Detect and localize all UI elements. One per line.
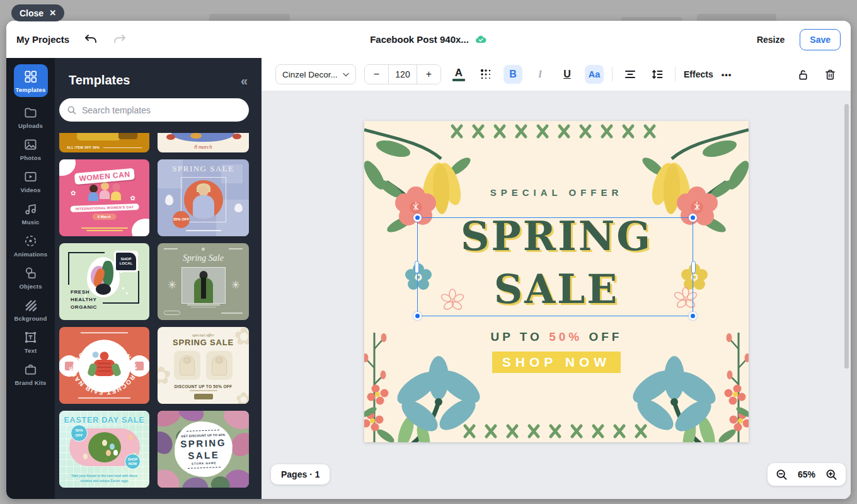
trash-icon [824, 68, 837, 81]
unlock-icon [797, 68, 810, 81]
sidebar-item-objects[interactable]: Objects [11, 266, 51, 290]
template-card-women-can[interactable]: ✿ ✿ WOMEN CAN INTERNATIONAL WOMEN'S DAY … [59, 159, 149, 236]
effects-button[interactable]: Effects [684, 69, 713, 79]
template-card-shop-local[interactable]: SHOP LOCAL FRESH HEALTHY ORGANIC [59, 243, 149, 320]
template-card-spring-sale-hoodies[interactable]: ✿ ✿ ✿ special offer SPRING SALE DISCOUNT… [158, 327, 249, 404]
template-text: 8 march [158, 144, 249, 150]
save-button[interactable]: Save [800, 29, 841, 50]
flower-outline-icon: ✿ [236, 390, 249, 404]
font-size-value[interactable]: 120 [388, 65, 417, 84]
template-text: DISCOUNT UP TO 50% OFF [158, 384, 249, 389]
template-badge: 8 March [92, 214, 117, 220]
template-thumb-art [77, 133, 121, 140]
text-frame-icon [23, 330, 38, 345]
font-family-select[interactable]: Cinzel Decor... [275, 64, 356, 84]
template-title: SPRING SALE [158, 338, 249, 347]
design-kicker-text[interactable]: SPECIAL OFFER [364, 187, 749, 198]
resize-button[interactable]: Resize [757, 35, 785, 45]
templates-icon [23, 69, 38, 84]
redo-icon[interactable] [112, 32, 127, 47]
selection-handle-bottom-right[interactable] [689, 312, 697, 320]
underline-button[interactable]: U [558, 65, 577, 84]
sidebar-item-templates[interactable]: Templates [14, 64, 48, 97]
line-spacing-button[interactable] [648, 65, 667, 84]
template-cta-button [194, 394, 213, 399]
templates-panel: Templates « ALL ITEM OFF 30% [55, 58, 262, 499]
template-caption: Take your Easter to the next level with … [66, 474, 143, 483]
font-size-decrease-button[interactable]: − [365, 65, 388, 84]
sidebar-rail: Templates Uploads Photos Videos [6, 58, 55, 499]
text-toolbar: Cinzel Decor... − 120 + A [262, 58, 851, 91]
sidebar-item-uploads[interactable]: Uploads [11, 105, 51, 129]
selection-handle-top-left[interactable] [413, 214, 422, 222]
template-card-crochet-fair[interactable]: CROCHET FAIR NAME CROCHET FAIR NAME [59, 327, 149, 404]
zoom-level[interactable]: 65% [798, 469, 815, 479]
delete-button[interactable] [820, 65, 839, 84]
template-card-gold-sale[interactable]: ALL ITEM OFF 30% [59, 133, 149, 152]
template-card-easter-day-sale[interactable]: EASTER DAY SALE 50% OFF SHOP NOW [59, 411, 149, 488]
sidebar-item-text[interactable]: Text [11, 330, 51, 354]
panel-title: Templates [69, 73, 130, 88]
sidebar-item-animations[interactable]: Animations [11, 234, 51, 258]
search-icon [67, 105, 77, 115]
zoom-in-button[interactable] [825, 468, 837, 481]
template-badge: 35% OFF [173, 211, 190, 228]
template-text: ALL ITEM OFF 30% [67, 146, 100, 149]
font-size-increase-button[interactable]: + [417, 65, 440, 84]
brand-kits-briefcase-icon [23, 362, 38, 377]
canvas-area: Cinzel Decor... − 120 + A [262, 58, 851, 499]
close-button[interactable]: Close ✕ [11, 4, 64, 21]
template-card-spring-sale-sage[interactable]: Spring Sale ✳ ✳ [158, 243, 249, 320]
template-card-8-march[interactable]: 8 march [158, 133, 249, 152]
toolbar-divider [675, 67, 676, 82]
more-options-button[interactable]: ••• [722, 70, 732, 79]
texture-dots-icon [479, 67, 493, 81]
template-card-spring-sale-lavender[interactable]: SPRING SALE 35% OFF [158, 159, 249, 236]
zoom-out-button[interactable] [776, 468, 788, 481]
selection-box[interactable] [417, 217, 693, 316]
sparkle-icon: ✳ [231, 280, 240, 290]
app-window: My Projects Facebook Post 940x... Resize… [6, 21, 851, 499]
text-align-button[interactable] [621, 65, 640, 84]
design-cta-button[interactable]: SHOP NOW [492, 352, 621, 373]
text-case-button[interactable]: Aa [585, 65, 604, 84]
selection-handle-top-right[interactable] [689, 214, 697, 222]
template-search[interactable] [59, 98, 249, 122]
template-title: EASTER DAY SALE [59, 416, 149, 425]
chevron-down-icon [343, 72, 349, 77]
template-title: SPRING SALE [158, 164, 249, 174]
my-projects-link[interactable]: My Projects [16, 34, 69, 45]
canvas-scrollbar[interactable] [844, 104, 849, 369]
sidebar-item-background[interactable]: Bckground [11, 298, 51, 322]
selection-handle-bottom-left[interactable] [413, 312, 422, 320]
design-subtitle[interactable]: UP TO 50% OFF [364, 330, 749, 344]
font-color-button[interactable]: A [449, 65, 468, 84]
sidebar-item-music[interactable]: Music [11, 202, 51, 226]
search-input[interactable] [82, 105, 241, 115]
sidebar-item-brand-kits[interactable]: Brand Kits [11, 362, 51, 386]
sidebar-item-videos[interactable]: Videos [11, 169, 51, 193]
italic-button[interactable]: I [531, 65, 549, 84]
objects-icon [23, 266, 38, 280]
pages-button[interactable]: Pages · 1 [271, 464, 330, 484]
selection-handle-left[interactable] [415, 261, 419, 273]
selection-handle-right[interactable] [691, 261, 696, 273]
collapse-panel-icon[interactable]: « [241, 74, 248, 87]
undo-icon[interactable] [83, 32, 98, 47]
sidebar-item-photos[interactable]: Photos [11, 137, 51, 161]
template-badge: 50% OFF [71, 425, 88, 442]
bold-button[interactable]: B [503, 65, 522, 84]
template-thumb-art [171, 133, 234, 142]
close-icon: ✕ [49, 8, 56, 18]
lock-button[interactable] [793, 65, 812, 84]
font-color-swatch [452, 79, 465, 81]
zoom-in-icon [825, 469, 837, 481]
videos-icon [23, 169, 38, 184]
template-title: SALE [188, 450, 220, 461]
template-title: Spring Sale [158, 253, 249, 263]
design-canvas[interactable]: SPECIAL OFFER SPRING SALE UP TO 50% OFF … [364, 121, 749, 442]
zoom-out-icon [776, 469, 788, 481]
uploads-folder-icon [23, 105, 38, 120]
texture-fill-button[interactable] [476, 65, 495, 84]
template-card-spring-sale-floral[interactable]: GET DISCOUNT UP TO 60% SPRING SALE STORE… [158, 411, 249, 488]
